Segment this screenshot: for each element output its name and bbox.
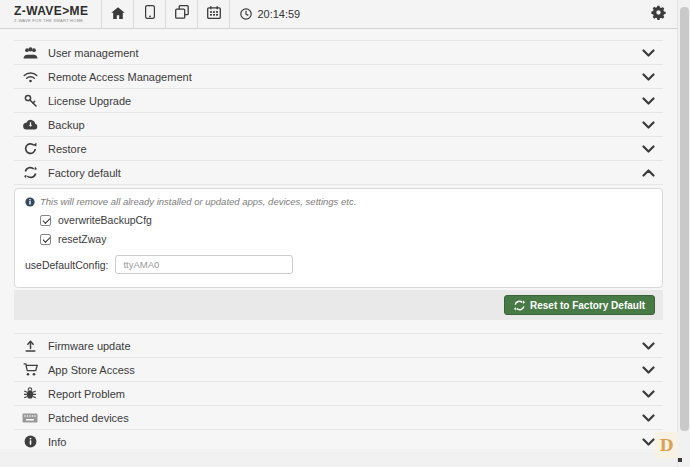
brand-logo[interactable]: Z-WAVE>ME Z-WAVE FOR THE SMART HOME — [14, 0, 101, 28]
use-default-config-input[interactable] — [115, 255, 293, 274]
chevron-down-icon[interactable] — [642, 414, 655, 422]
chevron-down-icon[interactable] — [642, 73, 655, 81]
accordion-item-label: Patched devices — [48, 412, 129, 424]
accordion-item-report-problem[interactable]: Report Problem — [14, 382, 663, 406]
accordion-item-label: Restore — [48, 143, 87, 155]
accordion-top-list: User managementRemote Access ManagementL… — [14, 40, 663, 185]
chevron-up-icon[interactable] — [642, 169, 655, 177]
accordion-item-label: Backup — [48, 119, 85, 131]
clock-icon — [240, 8, 252, 20]
users-icon — [21, 47, 39, 59]
watermark-letter: D — [660, 436, 674, 455]
use-default-config-row: useDefaultConfig: — [25, 255, 652, 274]
cart-icon — [21, 363, 39, 376]
chevron-down-icon[interactable] — [642, 438, 655, 446]
chevron-down-icon[interactable] — [642, 121, 655, 129]
clock-time: 20:14:59 — [257, 8, 300, 20]
checkbox-label: resetZway — [58, 233, 106, 245]
accordion-item-user-management[interactable]: User management — [14, 41, 663, 65]
gear-icon — [651, 5, 666, 24]
devices-button[interactable] — [134, 0, 165, 28]
checkbox-checked-icon[interactable] — [40, 234, 51, 245]
brand-title: Z-WAVE>ME — [14, 5, 88, 17]
watermark-d: D — [655, 432, 678, 458]
zway-settings-page: Z-WAVE>ME Z-WAVE FOR THE SMART HOME 20:1… — [0, 0, 690, 467]
accordion-bottom-list: Firmware updateApp Store AccessReport Pr… — [14, 333, 663, 454]
bug-icon — [21, 387, 39, 400]
sync-icon — [21, 166, 39, 179]
accordion-item-label: Factory default — [48, 167, 121, 179]
upload-icon — [21, 339, 39, 352]
apps-button[interactable] — [166, 0, 197, 28]
wifi-icon — [21, 71, 39, 83]
factory-notice-text: This will remove all already installed o… — [40, 196, 356, 207]
restore-icon — [21, 142, 39, 155]
calendar-icon — [207, 5, 221, 23]
settings-accordion: User managementRemote Access ManagementL… — [14, 30, 663, 454]
keyboard-icon — [21, 413, 39, 423]
accordion-item-factory-default[interactable]: Factory default — [14, 161, 663, 185]
info-icon — [21, 435, 39, 448]
page-bottom-area — [0, 449, 677, 467]
accordion-item-label: License Upgrade — [48, 95, 131, 107]
mobile-icon — [145, 5, 155, 23]
accordion-item-remote-access-management[interactable]: Remote Access Management — [14, 65, 663, 89]
reset-to-factory-default-button[interactable]: Reset to Factory Default — [504, 295, 655, 315]
copy-icon — [175, 5, 189, 23]
chevron-down-icon[interactable] — [642, 366, 655, 374]
accordion-item-app-store-access[interactable]: App Store Access — [14, 358, 663, 382]
accordion-item-label: Remote Access Management — [48, 71, 192, 83]
accordion-item-firmware-update[interactable]: Firmware update — [14, 334, 663, 358]
checkbox-checked-icon[interactable] — [40, 215, 51, 226]
chevron-down-icon[interactable] — [642, 97, 655, 105]
clock-display: 20:14:59 — [230, 0, 310, 28]
schedule-button[interactable] — [198, 0, 229, 28]
accordion-item-label: App Store Access — [48, 364, 135, 376]
checkbox-label: overwriteBackupCfg — [58, 214, 152, 226]
chevron-down-icon[interactable] — [642, 390, 655, 398]
accordion-item-label: Firmware update — [48, 340, 131, 352]
factory-default-panel: This will remove all already installed o… — [14, 188, 663, 288]
cloud-download-icon — [21, 119, 39, 130]
chevron-down-icon[interactable] — [642, 342, 655, 350]
info-icon — [25, 197, 35, 207]
settings-button[interactable] — [651, 0, 666, 28]
reset-button-label: Reset to Factory Default — [530, 300, 645, 311]
use-default-config-label: useDefaultConfig: — [25, 259, 108, 271]
accordion-item-license-upgrade[interactable]: License Upgrade — [14, 89, 663, 113]
accordion-item-patched-devices[interactable]: Patched devices — [14, 406, 663, 430]
factory-panel-footer: Reset to Factory Default — [14, 290, 663, 320]
scrollbar-thumb[interactable] — [680, 7, 689, 431]
factory-notice: This will remove all already installed o… — [25, 196, 652, 207]
home-button[interactable] — [102, 0, 133, 28]
accordion-item-backup[interactable]: Backup — [14, 113, 663, 137]
checkbox-overwrite-backup-cfg[interactable]: overwriteBackupCfg — [40, 214, 652, 226]
top-bar: Z-WAVE>ME Z-WAVE FOR THE SMART HOME 20:1… — [0, 0, 690, 29]
accordion-item-label: Info — [48, 436, 66, 448]
chevron-down-icon[interactable] — [642, 49, 655, 57]
accordion-item-label: Report Problem — [48, 388, 125, 400]
brand-tagline: Z-WAVE FOR THE SMART HOME — [14, 18, 88, 23]
chevron-down-icon[interactable] — [642, 145, 655, 153]
refresh-icon — [514, 300, 525, 311]
key-icon — [21, 94, 39, 107]
watermark-dot — [678, 458, 682, 462]
scrollbar[interactable] — [677, 0, 690, 467]
accordion-item-label: User management — [48, 47, 139, 59]
home-icon — [111, 5, 125, 23]
checkbox-reset-zway[interactable]: resetZway — [40, 233, 652, 245]
accordion-item-restore[interactable]: Restore — [14, 137, 663, 161]
